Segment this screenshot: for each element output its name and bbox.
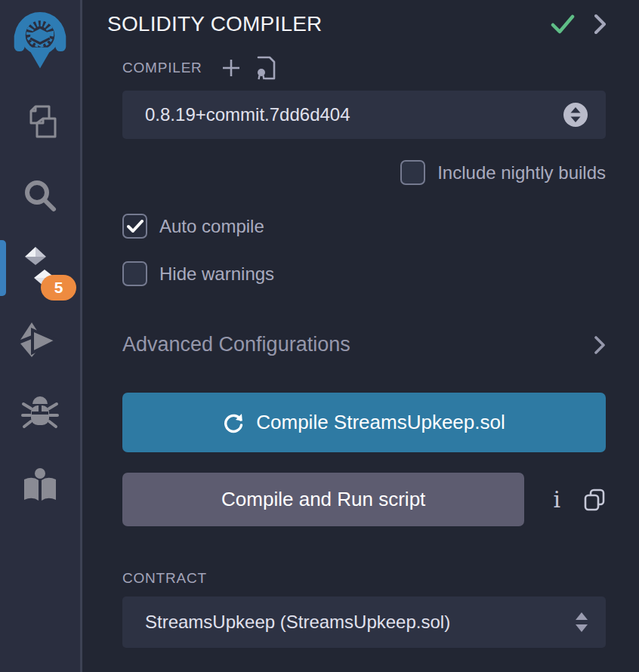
sidebar-item-search[interactable] (0, 172, 80, 219)
compile-and-run-button[interactable]: Compile and Run script (122, 473, 524, 526)
remix-home-button[interactable] (5, 5, 75, 74)
hide-warnings-label[interactable]: Hide warnings (159, 264, 274, 285)
book-icon (21, 467, 59, 504)
include-nightly-row: Include nightly builds (122, 160, 606, 185)
compiler-version-value: 0.8.19+commit.7dd6d404 (145, 104, 350, 125)
up-down-arrows-icon (574, 611, 589, 633)
compile-button[interactable]: Compile StreamsUpkeep.sol (122, 393, 606, 452)
sidebar-item-solidity-compiler[interactable]: 5 (0, 245, 80, 291)
sidebar-nav: 5 (0, 100, 80, 535)
add-custom-compiler-button[interactable] (221, 57, 242, 79)
sidebar-item-file-explorer[interactable] (0, 100, 80, 146)
advanced-configurations-toggle[interactable]: Advanced Configurations (122, 333, 606, 356)
bug-icon (21, 395, 59, 431)
checkmark-icon (127, 220, 144, 233)
icon-sidebar: 5 (0, 0, 82, 672)
chevron-right-icon[interactable] (594, 14, 607, 35)
file-badge-icon (255, 56, 276, 80)
compile-and-run-row: Compile and Run script i (122, 473, 606, 526)
auto-compile-label[interactable]: Auto compile (159, 216, 264, 237)
compiler-section-label: COMPILER (122, 60, 202, 76)
remix-logo (6, 5, 74, 73)
compiler-section: COMPILER 0.8.19+com (122, 56, 607, 648)
contract-select[interactable]: StreamsUpkeep (StreamsUpkeep.sol) (122, 596, 606, 648)
sidebar-item-deploy-and-run[interactable] (0, 317, 80, 364)
solidity-compiler-panel: SOLIDITY COMPILER COMPILER (82, 0, 639, 672)
include-nightly-checkbox[interactable] (400, 160, 425, 185)
copy-icon[interactable] (583, 488, 606, 512)
contract-section-label: CONTRACT (122, 570, 207, 586)
compile-button-label: Compile StreamsUpkeep.sol (256, 411, 505, 434)
include-nightly-label[interactable]: Include nightly builds (437, 162, 606, 183)
active-plugin-indicator (0, 240, 6, 296)
auto-compile-checkbox[interactable] (122, 214, 147, 239)
compiler-license-button[interactable] (255, 56, 276, 80)
deploy-run-icon (20, 322, 60, 359)
refresh-icon (223, 412, 244, 433)
page-title: SOLIDITY COMPILER (107, 12, 323, 36)
info-icon[interactable]: i (553, 489, 560, 511)
sort-circle-icon (562, 101, 589, 128)
auto-compile-row: Auto compile (122, 214, 607, 239)
contract-selected-value: StreamsUpkeep (StreamsUpkeep.sol) (145, 612, 450, 633)
compiler-error-count-badge: 5 (41, 275, 76, 301)
sidebar-item-debugger[interactable] (0, 390, 80, 436)
compiler-version-select[interactable]: 0.8.19+commit.7dd6d404 (122, 91, 606, 139)
plus-icon (221, 57, 242, 79)
advanced-configurations-label: Advanced Configurations (122, 333, 350, 356)
check-icon (551, 14, 575, 34)
sidebar-item-learneth[interactable] (0, 462, 80, 509)
panel-header: SOLIDITY COMPILER (107, 12, 607, 36)
compile-and-run-label: Compile and Run script (221, 488, 425, 511)
chevron-right-icon (594, 335, 606, 355)
hide-warnings-checkbox[interactable] (122, 261, 147, 286)
hide-warnings-row: Hide warnings (122, 261, 607, 286)
copy-icon-glyph (583, 488, 606, 512)
remix-ide-window: 5 (0, 0, 639, 672)
search-icon (23, 178, 57, 213)
files-icon (22, 103, 58, 143)
